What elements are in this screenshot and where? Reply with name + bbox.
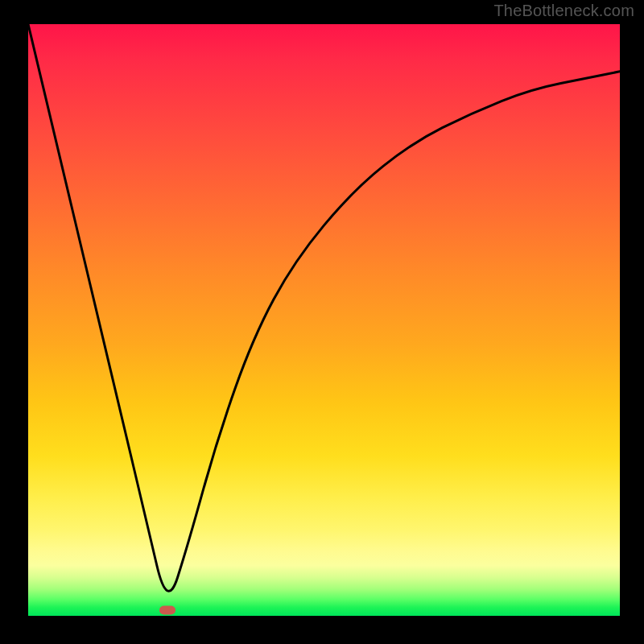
chart-frame — [0, 0, 644, 644]
current-config-marker — [159, 605, 175, 614]
attribution-label: TheBottleneck.com — [493, 2, 634, 20]
bottleneck-curve — [28, 24, 620, 616]
chart-container: TheBottleneck.com — [0, 0, 644, 644]
plot-area — [28, 24, 620, 616]
